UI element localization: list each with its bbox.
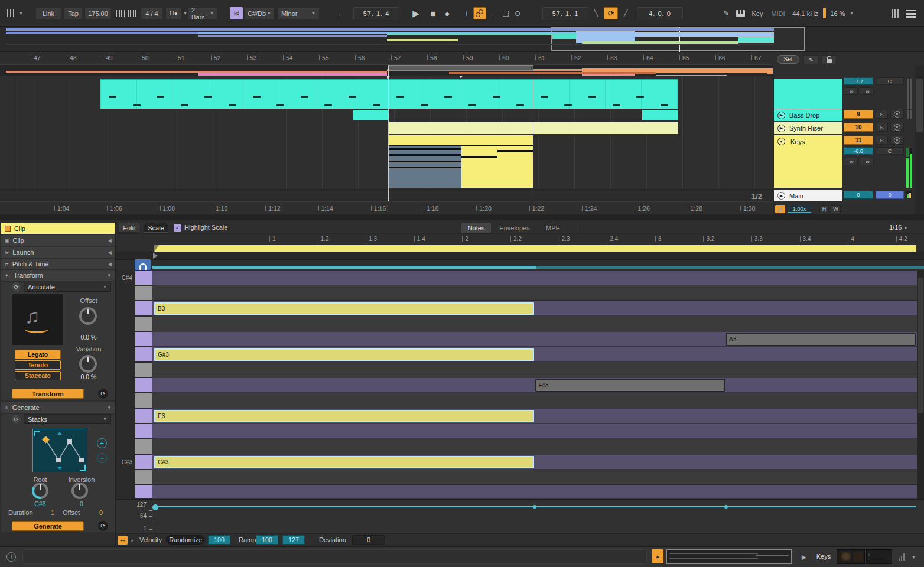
bass-drop-clip[interactable] — [100, 79, 678, 109]
lane-chevron-icon[interactable]: ▼ — [130, 539, 134, 543]
randomize-button[interactable]: Randomize — [166, 535, 205, 545]
meter-display-icon[interactable] — [894, 552, 910, 562]
arrangement-position-display[interactable]: 57. 1. 4 — [353, 7, 399, 19]
ramp-to-field[interactable]: 127 — [282, 535, 305, 545]
window-layout-icon[interactable] — [5, 8, 17, 18]
midi-note-b3[interactable]: B3 — [154, 302, 534, 315]
keys-clip-body[interactable] — [461, 146, 533, 188]
velocity-marker[interactable] — [152, 504, 158, 510]
inversion-knob[interactable] — [71, 483, 88, 499]
bass-drop-take-clip[interactable] — [642, 110, 678, 120]
arrangement-overview[interactable] — [0, 27, 924, 52]
tab-envelopes[interactable]: Envelopes — [494, 223, 535, 233]
midi-scrollbar[interactable] — [917, 271, 924, 499]
key-map-button[interactable]: Key — [748, 7, 767, 19]
time-signature-field[interactable]: 4 / 4 — [141, 7, 163, 19]
generate-reroll-button[interactable]: ⟳ — [98, 521, 108, 531]
set-locator-button[interactable]: Set — [777, 55, 799, 64]
track-header-bass-drop[interactable]: ▶ Bass Drop — [774, 109, 842, 121]
lock-envelopes-button[interactable] — [821, 55, 837, 64]
main-track-lane[interactable]: 1/2 — [0, 189, 773, 201]
piano-key-in-scale[interactable] — [135, 424, 152, 439]
session-record-button[interactable]: O — [513, 7, 522, 19]
preview-play-button[interactable]: ▶ — [798, 550, 811, 563]
piano-key-in-scale[interactable] — [135, 271, 152, 285]
tab-notes[interactable]: Notes — [461, 223, 491, 233]
track-volume-field[interactable]: -7.7 — [844, 77, 873, 85]
mixer-view-icon[interactable] — [890, 8, 900, 18]
duration-value[interactable]: 1 — [51, 509, 54, 516]
arrangement-scrollbar[interactable] — [915, 65, 924, 214]
note-row[interactable] — [152, 363, 917, 377]
midi-channel-box[interactable]: 11 — [844, 136, 873, 145]
piano-key[interactable] — [135, 393, 152, 408]
root-knob[interactable] — [32, 483, 48, 499]
note-row[interactable] — [152, 424, 917, 439]
clip-color-swatch[interactable] — [5, 226, 11, 232]
arrangement-time-ruler[interactable]: 1:041:061:081:101:121:141:161:181:201:22… — [0, 201, 773, 214]
track-play-icon[interactable]: ▶ — [777, 125, 785, 132]
piano-key-in-scale[interactable] — [135, 347, 152, 362]
fit-width-button[interactable]: W — [831, 205, 841, 213]
midi-note-grid[interactable]: B3A3G#3F#3E3C#3 — [152, 271, 917, 499]
section-clip[interactable]: ▣ Clip ◀ — [1, 235, 115, 246]
stop-button[interactable]: ■ — [427, 6, 440, 21]
clip-tab[interactable]: Clip — [1, 223, 115, 234]
selection-left-edge[interactable] — [388, 65, 389, 214]
track-play-icon[interactable]: ▶ — [777, 192, 785, 200]
section-pitch-time[interactable]: ⇄ Pitch & Time ◀ — [1, 259, 115, 270]
track-header-keys[interactable]: ▼ Keys — [774, 135, 842, 188]
scale-root-menu[interactable]: C#/Db▼ — [244, 7, 275, 19]
midi-channel-box[interactable]: 10 — [844, 123, 873, 132]
track-pan-field[interactable]: C — [876, 147, 904, 155]
transform-apply-button[interactable]: Transform — [12, 389, 84, 399]
track-header-main[interactable]: ▶ Main — [774, 190, 842, 201]
piano-key-column[interactable] — [135, 271, 152, 499]
midi-note-e3[interactable]: E3 — [154, 410, 534, 422]
audition-mode-icon[interactable] — [775, 205, 785, 213]
synth-riser-clip[interactable] — [389, 122, 678, 134]
clip-overview-strip[interactable] — [666, 549, 792, 564]
automation-arm-button[interactable] — [473, 7, 486, 19]
nudge-up-icon[interactable] — [126, 9, 137, 18]
piano-key[interactable] — [135, 286, 152, 301]
section-launch[interactable]: ‖▸ Launch ◀ — [1, 247, 115, 258]
tap-tempo-button[interactable]: Tap — [64, 7, 83, 19]
midi-note-fs3[interactable]: F#3 — [535, 379, 725, 392]
preview-headphone-button[interactable] — [135, 259, 151, 270]
device-thumbnail[interactable] — [866, 549, 892, 564]
transform-reroll-button[interactable]: ⟳ — [98, 389, 108, 399]
track-play-icon[interactable]: ▶ — [777, 112, 785, 119]
zoom-level-field[interactable]: 1.00x — [788, 205, 811, 213]
piano-key-in-scale[interactable] — [135, 332, 152, 347]
quantize-menu[interactable]: 2 Bars▼ — [188, 7, 217, 19]
loop-length-display[interactable]: 4. 0. 0 — [637, 7, 683, 19]
collapse-icon[interactable]: ◀ — [108, 262, 112, 267]
section-generate[interactable]: ✳ Generate ▼ — [1, 402, 115, 413]
solo-button[interactable]: S — [876, 136, 888, 145]
scrub-area[interactable] — [116, 252, 924, 260]
track-color-block[interactable] — [774, 79, 842, 109]
expand-icon[interactable]: ▼ — [107, 405, 112, 410]
selection-left-handle[interactable]: › — [390, 66, 392, 70]
cpu-chevron-icon[interactable]: ▼ — [850, 11, 854, 15]
piano-key[interactable] — [135, 439, 152, 454]
track-pan-field[interactable]: C — [876, 77, 904, 85]
velocity-marker[interactable] — [724, 505, 728, 509]
time-selection-bar[interactable]: › ‹ — [389, 65, 533, 71]
note-row[interactable] — [152, 271, 917, 285]
main-pan-field[interactable]: 0 — [876, 191, 904, 199]
record-button[interactable]: ● — [441, 6, 454, 21]
stacks-shape-graphic[interactable] — [32, 429, 87, 472]
velocity-marker[interactable] — [533, 505, 536, 509]
piano-key[interactable] — [135, 470, 152, 485]
nudge-down-icon[interactable] — [115, 9, 125, 18]
solo-button[interactable]: S — [876, 110, 888, 119]
scale-fold-button[interactable]: Scale — [144, 223, 168, 233]
device-toggle-button[interactable] — [890, 123, 904, 132]
device-toggle-button[interactable] — [890, 110, 904, 119]
bass-drop-take-clip[interactable] — [353, 110, 388, 120]
computer-midi-keyboard-button[interactable] — [734, 7, 747, 19]
legato-button[interactable]: Legato — [15, 350, 61, 359]
re-enable-automation-button[interactable]: ← — [489, 7, 498, 19]
